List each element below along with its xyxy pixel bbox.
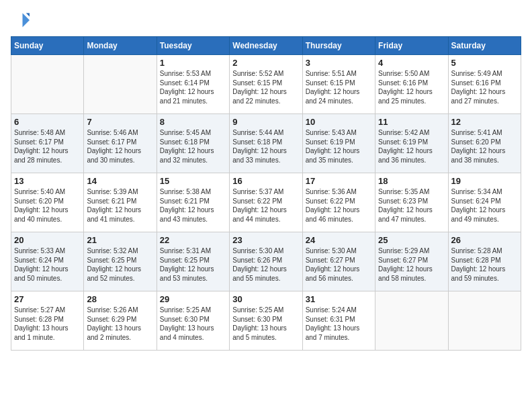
day-number: 15 <box>160 176 226 186</box>
day-number: 18 <box>378 176 445 186</box>
calendar-cell: 30Sunrise: 5:25 AM Sunset: 6:30 PM Dayli… <box>230 291 302 351</box>
day-number: 1 <box>160 58 226 68</box>
header-cell-friday: Friday <box>375 37 448 55</box>
cell-info: Sunrise: 5:41 AM Sunset: 6:20 PM Dayligh… <box>451 128 518 165</box>
day-number: 28 <box>87 294 153 304</box>
header-cell-monday: Monday <box>84 37 157 55</box>
day-number: 4 <box>378 58 445 68</box>
cell-info: Sunrise: 5:28 AM Sunset: 6:28 PM Dayligh… <box>451 246 518 283</box>
calendar-cell: 4Sunrise: 5:50 AM Sunset: 6:16 PM Daylig… <box>375 55 448 114</box>
cell-info: Sunrise: 5:32 AM Sunset: 6:25 PM Dayligh… <box>87 246 153 283</box>
cell-info: Sunrise: 5:24 AM Sunset: 6:31 PM Dayligh… <box>306 306 372 342</box>
week-row-4: 20Sunrise: 5:33 AM Sunset: 6:24 PM Dayli… <box>11 232 521 291</box>
cell-info: Sunrise: 5:44 AM Sunset: 6:18 PM Dayligh… <box>232 128 299 165</box>
cell-info: Sunrise: 5:52 AM Sunset: 6:15 PM Dayligh… <box>232 69 299 105</box>
calendar-cell: 11Sunrise: 5:42 AM Sunset: 6:19 PM Dayli… <box>375 114 448 173</box>
day-number: 14 <box>87 176 153 186</box>
calendar-cell: 23Sunrise: 5:30 AM Sunset: 6:26 PM Dayli… <box>230 232 302 291</box>
cell-info: Sunrise: 5:50 AM Sunset: 6:16 PM Dayligh… <box>378 69 445 105</box>
calendar-cell <box>84 55 157 114</box>
day-number: 30 <box>232 294 299 304</box>
cell-info: Sunrise: 5:30 AM Sunset: 6:27 PM Dayligh… <box>306 246 372 283</box>
day-number: 27 <box>14 294 81 304</box>
calendar-cell: 1Sunrise: 5:53 AM Sunset: 6:14 PM Daylig… <box>157 55 229 114</box>
svg-marker-1 <box>26 13 30 17</box>
cell-info: Sunrise: 5:46 AM Sunset: 6:17 PM Dayligh… <box>87 128 153 165</box>
week-row-3: 13Sunrise: 5:40 AM Sunset: 6:20 PM Dayli… <box>11 173 521 232</box>
calendar-cell: 16Sunrise: 5:37 AM Sunset: 6:22 PM Dayli… <box>230 173 302 232</box>
calendar-cell: 21Sunrise: 5:32 AM Sunset: 6:25 PM Dayli… <box>84 232 157 291</box>
calendar-cell: 29Sunrise: 5:25 AM Sunset: 6:30 PM Dayli… <box>157 291 229 351</box>
week-row-5: 27Sunrise: 5:27 AM Sunset: 6:28 PM Dayli… <box>11 291 521 351</box>
calendar-cell: 25Sunrise: 5:29 AM Sunset: 6:27 PM Dayli… <box>375 232 448 291</box>
cell-info: Sunrise: 5:43 AM Sunset: 6:19 PM Dayligh… <box>306 128 372 165</box>
header-row: SundayMondayTuesdayWednesdayThursdayFrid… <box>11 37 521 55</box>
cell-info: Sunrise: 5:25 AM Sunset: 6:30 PM Dayligh… <box>160 306 226 342</box>
day-number: 22 <box>160 235 226 245</box>
cell-info: Sunrise: 5:34 AM Sunset: 6:24 PM Dayligh… <box>451 187 518 224</box>
calendar-cell: 10Sunrise: 5:43 AM Sunset: 6:19 PM Dayli… <box>302 114 375 173</box>
header-cell-thursday: Thursday <box>302 37 375 55</box>
logo-icon <box>11 11 30 30</box>
header-cell-sunday: Sunday <box>11 37 84 55</box>
day-number: 3 <box>306 58 372 68</box>
calendar-cell <box>375 291 448 351</box>
calendar-cell: 22Sunrise: 5:31 AM Sunset: 6:25 PM Dayli… <box>157 232 229 291</box>
cell-info: Sunrise: 5:27 AM Sunset: 6:28 PM Dayligh… <box>14 306 81 342</box>
day-number: 13 <box>14 176 81 186</box>
cell-info: Sunrise: 5:42 AM Sunset: 6:19 PM Dayligh… <box>378 128 445 165</box>
calendar-cell <box>448 291 521 351</box>
header-cell-tuesday: Tuesday <box>157 37 229 55</box>
calendar-cell: 3Sunrise: 5:51 AM Sunset: 6:15 PM Daylig… <box>302 55 375 114</box>
day-number: 25 <box>378 235 445 245</box>
calendar-cell: 14Sunrise: 5:39 AM Sunset: 6:21 PM Dayli… <box>84 173 157 232</box>
calendar-table: SundayMondayTuesdayWednesdayThursdayFrid… <box>11 36 521 351</box>
calendar-cell: 15Sunrise: 5:38 AM Sunset: 6:21 PM Dayli… <box>157 173 229 232</box>
calendar-cell: 26Sunrise: 5:28 AM Sunset: 6:28 PM Dayli… <box>448 232 521 291</box>
day-number: 31 <box>306 294 372 304</box>
calendar-cell: 13Sunrise: 5:40 AM Sunset: 6:20 PM Dayli… <box>11 173 84 232</box>
cell-info: Sunrise: 5:38 AM Sunset: 6:21 PM Dayligh… <box>160 187 226 224</box>
day-number: 2 <box>232 58 299 68</box>
day-number: 6 <box>14 117 81 127</box>
calendar-cell: 5Sunrise: 5:49 AM Sunset: 6:16 PM Daylig… <box>448 55 521 114</box>
cell-info: Sunrise: 5:25 AM Sunset: 6:30 PM Dayligh… <box>232 306 299 342</box>
calendar-cell: 8Sunrise: 5:45 AM Sunset: 6:18 PM Daylig… <box>157 114 229 173</box>
cell-info: Sunrise: 5:33 AM Sunset: 6:24 PM Dayligh… <box>14 246 81 283</box>
day-number: 23 <box>232 235 299 245</box>
day-number: 11 <box>378 117 445 127</box>
cell-info: Sunrise: 5:30 AM Sunset: 6:26 PM Dayligh… <box>232 246 299 283</box>
calendar-cell <box>11 55 84 114</box>
day-number: 16 <box>232 176 299 186</box>
day-number: 19 <box>451 176 518 186</box>
day-number: 10 <box>306 117 372 127</box>
cell-info: Sunrise: 5:51 AM Sunset: 6:15 PM Dayligh… <box>306 69 372 105</box>
calendar-cell: 2Sunrise: 5:52 AM Sunset: 6:15 PM Daylig… <box>230 55 302 114</box>
cell-info: Sunrise: 5:48 AM Sunset: 6:17 PM Dayligh… <box>14 128 81 165</box>
calendar-cell: 28Sunrise: 5:26 AM Sunset: 6:29 PM Dayli… <box>84 291 157 351</box>
cell-info: Sunrise: 5:39 AM Sunset: 6:21 PM Dayligh… <box>87 187 153 224</box>
cell-info: Sunrise: 5:36 AM Sunset: 6:22 PM Dayligh… <box>306 187 372 224</box>
calendar-cell: 17Sunrise: 5:36 AM Sunset: 6:22 PM Dayli… <box>302 173 375 232</box>
day-number: 24 <box>306 235 372 245</box>
calendar-cell: 7Sunrise: 5:46 AM Sunset: 6:17 PM Daylig… <box>84 114 157 173</box>
calendar-cell: 24Sunrise: 5:30 AM Sunset: 6:27 PM Dayli… <box>302 232 375 291</box>
day-number: 12 <box>451 117 518 127</box>
calendar-cell: 9Sunrise: 5:44 AM Sunset: 6:18 PM Daylig… <box>230 114 302 173</box>
day-number: 21 <box>87 235 153 245</box>
page-header <box>11 11 521 30</box>
week-row-2: 6Sunrise: 5:48 AM Sunset: 6:17 PM Daylig… <box>11 114 521 173</box>
calendar-cell: 31Sunrise: 5:24 AM Sunset: 6:31 PM Dayli… <box>302 291 375 351</box>
day-number: 20 <box>14 235 81 245</box>
day-number: 17 <box>306 176 372 186</box>
cell-info: Sunrise: 5:37 AM Sunset: 6:22 PM Dayligh… <box>232 187 299 224</box>
week-row-1: 1Sunrise: 5:53 AM Sunset: 6:14 PM Daylig… <box>11 55 521 114</box>
cell-info: Sunrise: 5:40 AM Sunset: 6:20 PM Dayligh… <box>14 187 81 224</box>
day-number: 8 <box>160 117 226 127</box>
day-number: 7 <box>87 117 153 127</box>
logo <box>11 11 32 30</box>
day-number: 26 <box>451 235 518 245</box>
cell-info: Sunrise: 5:35 AM Sunset: 6:23 PM Dayligh… <box>378 187 445 224</box>
day-number: 5 <box>451 58 518 68</box>
cell-info: Sunrise: 5:45 AM Sunset: 6:18 PM Dayligh… <box>160 128 226 165</box>
